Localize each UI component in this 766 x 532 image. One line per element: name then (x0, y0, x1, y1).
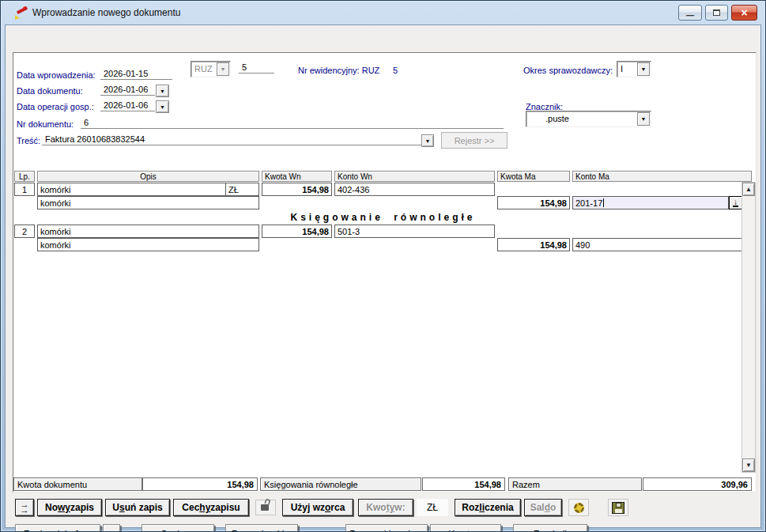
kwota-dokumentu-value: 154,98 (142, 477, 258, 491)
zamknij-button[interactable]: Zamknij (513, 524, 587, 532)
rejestr-button[interactable]: Rejestr >> (441, 132, 508, 149)
znacznik-dropdown-button[interactable]: ▼ (637, 112, 650, 126)
floppy-disk-icon (612, 502, 624, 514)
ruz-dropdown-button[interactable]: ▼ (217, 62, 229, 76)
app-pen-icon (15, 6, 29, 21)
cechy-button[interactable]: Cechy... (142, 524, 214, 532)
header-lp[interactable]: Lp. (14, 171, 35, 182)
settings-button[interactable] (568, 499, 589, 516)
row1-konto-ma-value: 201-17 (575, 198, 602, 208)
ruz-number-field[interactable]: 5 (239, 61, 274, 74)
header-kwota-wn[interactable]: Kwota Wn (262, 171, 332, 182)
header-kwota-ma[interactable]: Kwota Ma (497, 171, 570, 182)
znacznik-combobox[interactable]: .puste ▼ (526, 111, 651, 127)
tresc-field[interactable]: Faktura 26010683832544 (42, 133, 421, 145)
window: Wprowadzanie nowego dokumentu — × Data w… (0, 0, 766, 532)
row1-kwota-wn-cell[interactable]: 154,98 (262, 183, 332, 196)
nr-dokumentu-label: Nr dokumentu: (17, 119, 74, 129)
ksiegowania-rownolegle-label: Księgowania równoległe (260, 477, 421, 491)
row1-kwota-ma-cell[interactable]: 154,98 (497, 196, 570, 209)
razem-value: 309,96 (643, 477, 752, 491)
lock-button[interactable] (255, 500, 276, 515)
close-icon: × (741, 7, 747, 18)
save-button[interactable] (608, 499, 628, 516)
row1-currency-cell[interactable]: ZŁ (225, 183, 259, 196)
chevron-down-icon: ▼ (641, 66, 647, 72)
data-dokumentu-dropdown-button[interactable]: ▼ (156, 85, 169, 97)
data-dokumentu-field[interactable]: 2026-01-06 (100, 83, 155, 96)
konto-lookup-button[interactable]: ↓ (729, 196, 742, 209)
row1-konto-ma-cell[interactable]: 201-17 (572, 196, 729, 209)
znacznik-combobox-value: .puste (545, 114, 569, 123)
dialog-client-area: Data wprowadzenia: 2026-01-15 Data dokum… (5, 25, 761, 528)
row2-kwota-ma-cell[interactable]: 154,98 (497, 238, 570, 251)
okres-dropdown-button[interactable]: ▼ (637, 62, 650, 76)
usun-zapis-button[interactable]: Usuń zapis (105, 499, 170, 516)
row1-lp-cell[interactable]: 1 (14, 183, 35, 196)
saldo-button[interactable]: Saldo (524, 499, 562, 516)
header-konto-wn[interactable]: Konto Wn (334, 171, 495, 182)
minimize-icon: — (686, 11, 694, 20)
chevron-down-icon: ▼ (221, 66, 226, 72)
open-padlock-icon (261, 503, 271, 512)
header-opis[interactable]: Opis (37, 171, 259, 182)
kwoty-w-button[interactable]: Kwoty w: (358, 499, 413, 516)
ksiegowania-rownolegle-value: 154,98 (422, 477, 505, 491)
row2-konto-wn-cell[interactable]: 501-3 (334, 224, 495, 238)
okres-sprawozdawczy-label: Okres sprawozdawczy: (523, 66, 613, 75)
maximize-button[interactable] (705, 5, 728, 21)
data-dokumentu-label: Data dokumentu: (17, 86, 83, 96)
scroll-up-icon: ▲ (745, 187, 752, 193)
row2-opis-cell[interactable]: komórki (37, 224, 259, 238)
nr-ewidencyjny-label: Nr ewidencyjny: RUZ (298, 66, 379, 75)
data-operacji-field[interactable]: 2026-01-06 (100, 99, 155, 111)
currency-indicator: ZŁ (417, 499, 448, 516)
tresc-dropdown-button[interactable]: ▼ (421, 134, 434, 147)
row2-konto-ma-cell[interactable]: 490 (572, 238, 742, 251)
gear-icon (574, 503, 584, 513)
row2-kwota-wn-cell[interactable]: 154,98 (262, 224, 332, 238)
transfer-button[interactable]: →→ (15, 499, 34, 516)
scroll-down-button[interactable]: ▼ (742, 458, 755, 472)
chevron-down-icon: ▼ (160, 89, 165, 94)
close-button[interactable]: × (731, 5, 757, 21)
insert-from-list-icon: ↓ (733, 198, 738, 207)
data-wprowadzenia-field[interactable]: 2026-01-15 (100, 67, 172, 80)
ruz-combobox-value: RUZ (194, 64, 213, 74)
okres-combobox[interactable]: I ▼ (617, 61, 651, 77)
text-caret (603, 198, 604, 207)
row1-opis2-cell[interactable]: komórki (37, 196, 259, 209)
minimize-button[interactable]: — (678, 5, 702, 21)
rozrachunki-button[interactable]: Rozrachunki... (225, 524, 298, 532)
cechy-zapisu-button[interactable]: Cechy zapisu (173, 499, 249, 516)
chevron-down-icon: ▼ (425, 138, 431, 144)
header-konto-ma[interactable]: Konto Ma (572, 171, 752, 182)
window-title: Wprowadzanie nowego dokumentu (32, 7, 180, 18)
uzyj-wzorca-button[interactable]: Użyj wzorca (282, 499, 353, 516)
nowy-zapis-button[interactable]: Nowy zapis (37, 499, 102, 516)
double-arrow-right-icon: →→ (21, 502, 29, 513)
data-operacji-dropdown-button[interactable]: ▼ (156, 100, 169, 113)
expand-button[interactable]: > (103, 524, 120, 532)
razem-label: Razem (508, 477, 642, 491)
row1-opis-cell[interactable]: komórki (37, 183, 226, 196)
title-bar[interactable]: Wprowadzanie nowego dokumentu — × (1, 1, 765, 25)
nr-dokumentu-field[interactable]: 6 (81, 116, 504, 129)
row2-opis2-cell[interactable]: komórki (37, 238, 259, 251)
zapisz-do-bufora-button[interactable]: Zapisz do bufora (15, 524, 100, 532)
maximize-icon (713, 9, 720, 16)
table-scrollbar[interactable]: ▲ ▼ (741, 182, 756, 473)
okres-combobox-value: I (621, 64, 623, 74)
row1-konto-wn-cell[interactable]: 402-436 (334, 183, 495, 196)
tresc-label: Treść: (17, 136, 40, 145)
data-wprowadzenia-label: Data wprowadzenia: (17, 70, 96, 80)
scroll-up-button[interactable]: ▲ (742, 183, 755, 196)
przeszukiwanie-button[interactable]: Przeszukiwanie... (345, 524, 428, 532)
kwota-dokumentu-label: Kwota dokumentu (13, 477, 142, 491)
kwota-button[interactable]: Kwota... (430, 524, 501, 532)
row2-lp-cell[interactable]: 2 (14, 224, 35, 238)
scroll-down-icon: ▼ (745, 462, 752, 469)
ruz-combobox[interactable]: RUZ ▼ (191, 61, 231, 77)
chevron-down-icon: ▼ (641, 116, 647, 122)
rozliczenia-button[interactable]: Rozliczenia (455, 499, 521, 516)
